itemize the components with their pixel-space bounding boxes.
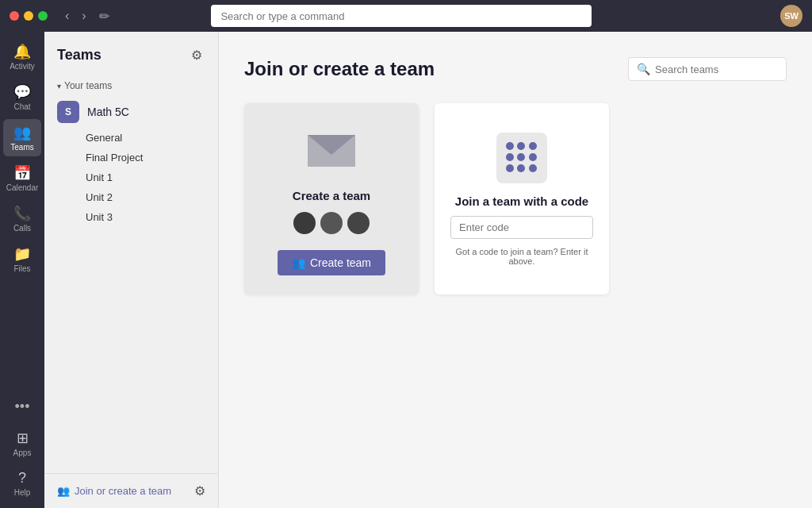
global-search-input[interactable] <box>220 10 582 22</box>
teams-panel: Teams ⚙ ▾ Your teams S Math 5C ••• Gener… <box>44 32 219 508</box>
join-team-card: Join a team with a code Got a code to jo… <box>435 103 609 294</box>
join-icon-box <box>496 133 547 183</box>
search-teams-bar[interactable]: 🔍 <box>628 57 787 81</box>
search-teams-icon: 🔍 <box>637 63 650 75</box>
join-team-title: Join a team with a code <box>455 194 588 208</box>
sidebar-item-calendar[interactable]: 📅 Calendar <box>3 160 41 197</box>
maximize-button[interactable] <box>38 11 48 21</box>
channel-final-project[interactable]: Final Project <box>44 148 218 167</box>
calls-icon: 📞 <box>13 205 31 222</box>
avatar-2 <box>320 212 343 234</box>
create-team-button[interactable]: 👥 Create team <box>278 250 385 275</box>
sidebar-item-calls[interactable]: 📞 Calls <box>3 200 41 237</box>
close-button[interactable] <box>10 11 19 21</box>
global-search-bar[interactable] <box>211 5 592 27</box>
create-team-title: Create a team <box>293 189 370 202</box>
sidebar-icons: 🔔 Activity 💬 Chat 👥 Teams 📅 Calendar 📞 C… <box>0 32 44 508</box>
calendar-icon: 📅 <box>13 164 31 182</box>
teams-footer: 👥 Join or create a team ⚙ <box>44 473 218 508</box>
files-label: Files <box>13 264 30 273</box>
create-team-btn-icon: 👥 <box>292 256 305 269</box>
activity-icon: 🔔 <box>13 43 31 60</box>
join-team-label: Join or create a team <box>75 485 171 497</box>
main-header: Join or create a team 🔍 <box>244 57 787 81</box>
user-avatar[interactable]: SW <box>780 5 802 27</box>
chat-icon: 💬 <box>13 83 31 101</box>
join-team-icon: 👥 <box>57 485 70 497</box>
calendar-label: Calendar <box>6 183 39 192</box>
teams-list: ▾ Your teams S Math 5C ••• General Final… <box>44 72 218 473</box>
teams-icon: 👥 <box>13 124 31 141</box>
join-code-input[interactable] <box>450 216 593 239</box>
your-teams-text: Your teams <box>64 80 112 91</box>
teams-label: Teams <box>10 143 33 152</box>
cards-row: Create a team 👥 Create team <box>244 103 787 294</box>
envelope-create-icon <box>304 127 359 175</box>
chat-label: Chat <box>13 102 30 111</box>
sidebar-item-activity[interactable]: 🔔 Activity <box>3 38 41 75</box>
create-team-icon-area <box>303 122 360 179</box>
avatar-group <box>293 212 370 234</box>
channel-unit3[interactable]: Unit 3 <box>44 207 218 227</box>
sidebar-item-files[interactable]: 📁 Files <box>3 241 41 278</box>
team-name-math5c: Math 5C <box>87 106 205 118</box>
traffic-lights <box>10 11 48 21</box>
team-math5c[interactable]: S Math 5C ••• <box>44 96 218 128</box>
sidebar-bottom: ••• ⊞ Apps ? Help <box>3 392 41 502</box>
sidebar-item-teams[interactable]: 👥 Teams <box>3 119 41 156</box>
channel-unit1[interactable]: Unit 1 <box>44 167 218 187</box>
page-title: Join or create a team <box>244 58 435 80</box>
sidebar-item-help[interactable]: ? Help <box>3 465 41 502</box>
sidebar-item-chat[interactable]: 💬 Chat <box>3 79 41 116</box>
title-bar: ‹ › ✏ SW <box>0 0 812 32</box>
nav-controls: ‹ › ✏ <box>60 7 114 25</box>
your-teams-label[interactable]: ▾ Your teams <box>44 75 218 96</box>
apps-icon: ⊞ <box>17 429 29 447</box>
compose-button[interactable]: ✏ <box>94 7 114 25</box>
team-avatar-math5c: S <box>57 101 79 123</box>
app-body: 🔔 Activity 💬 Chat 👥 Teams 📅 Calendar 📞 C… <box>0 32 812 508</box>
join-hint: Got a code to join a team? Enter it abov… <box>450 247 593 266</box>
files-icon: 📁 <box>13 245 31 263</box>
activity-label: Activity <box>10 62 35 71</box>
filter-button[interactable]: ⚙ <box>188 44 205 66</box>
channel-unit2[interactable]: Unit 2 <box>44 187 218 207</box>
avatar-3 <box>347 212 370 234</box>
sidebar-item-apps[interactable]: ⊞ Apps <box>3 425 41 462</box>
teams-header: Teams ⚙ <box>44 32 218 72</box>
join-create-team-button[interactable]: 👥 Join or create a team <box>57 485 171 497</box>
avatar-1 <box>293 212 316 234</box>
collapse-arrow-icon: ▾ <box>57 82 61 90</box>
create-team-card: Create a team 👥 Create team <box>244 103 419 294</box>
calls-label: Calls <box>13 224 31 233</box>
minimize-button[interactable] <box>24 11 33 21</box>
help-label: Help <box>14 488 31 497</box>
search-teams-input[interactable] <box>655 64 778 75</box>
help-icon: ? <box>18 470 26 487</box>
more-icon[interactable]: ••• <box>9 392 36 421</box>
back-button[interactable]: ‹ <box>60 7 74 25</box>
forward-button[interactable]: › <box>77 7 90 25</box>
main-content: Join or create a team 🔍 Create a team <box>219 32 812 508</box>
channel-general[interactable]: General <box>44 128 218 148</box>
settings-button[interactable]: ⚙ <box>194 483 205 498</box>
people-grid-icon <box>506 142 538 174</box>
create-team-btn-label: Create team <box>310 256 371 269</box>
teams-panel-title: Teams <box>57 47 102 64</box>
apps-label: Apps <box>13 448 32 457</box>
